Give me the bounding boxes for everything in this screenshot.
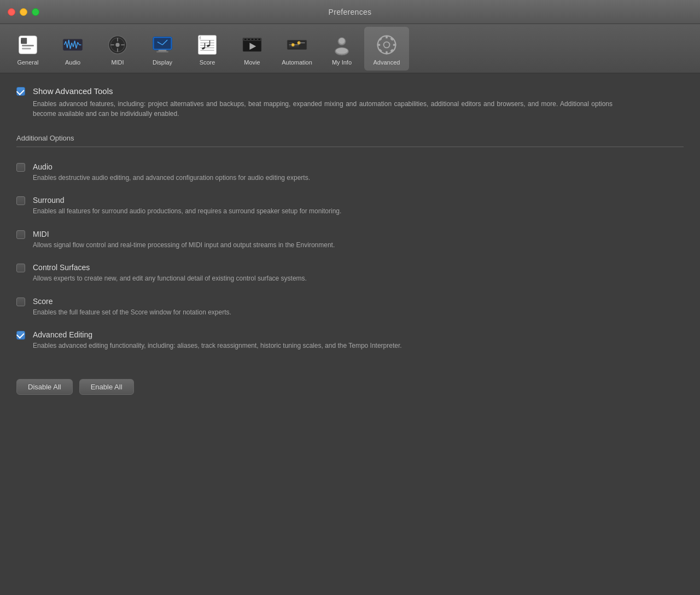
svg-rect-65 xyxy=(377,44,380,46)
svg-rect-43 xyxy=(244,38,247,40)
titlebar: Preferences xyxy=(0,0,700,24)
svg-rect-46 xyxy=(255,38,258,40)
control-surfaces-checkbox[interactable] xyxy=(16,264,25,272)
svg-rect-63 xyxy=(386,35,388,38)
audio-icon xyxy=(61,33,85,57)
toolbar-label-score: Score xyxy=(200,59,215,66)
toolbar-label-general: General xyxy=(17,59,38,66)
midi-checkbox[interactable] xyxy=(16,230,25,239)
score-option-description: Enables the full feature set of the Scor… xyxy=(33,308,231,317)
enable-all-button[interactable]: Enable All xyxy=(79,379,134,395)
bottom-bar: Disable All Enable All xyxy=(16,374,684,395)
midi-option-text: MIDI Allows signal flow control and real… xyxy=(33,230,335,250)
svg-rect-66 xyxy=(393,44,396,46)
disable-all-button[interactable]: Disable All xyxy=(16,379,73,395)
surround-checkbox[interactable] xyxy=(16,196,25,205)
svg-rect-45 xyxy=(251,38,254,40)
audio-option-text: Audio Enables destructive audio editing,… xyxy=(33,162,310,183)
svg-text:𝄞: 𝄞 xyxy=(199,36,201,40)
toolbar-label-advanced: Advanced xyxy=(374,59,400,66)
toolbar-item-audio[interactable]: Audio xyxy=(50,27,95,71)
option-advanced-editing: Advanced Editing Enables advanced editin… xyxy=(16,324,684,357)
toolbar: i General Audio xyxy=(0,24,700,73)
toolbar-label-audio: Audio xyxy=(65,59,80,66)
automation-icon xyxy=(285,33,309,57)
score-option-label: Score xyxy=(33,297,231,306)
show-advanced-tools-description: Enables advanced features, including: pr… xyxy=(33,99,612,119)
show-advanced-tools-checkbox-container[interactable] xyxy=(16,87,26,97)
svg-point-59 xyxy=(339,38,345,44)
options-list: Audio Enables destructive audio editing,… xyxy=(16,156,684,357)
audio-option-label: Audio xyxy=(33,162,310,171)
toolbar-item-score[interactable]: 𝄞 Score xyxy=(185,27,230,71)
audio-option-description: Enables destructive audio editing, and a… xyxy=(33,173,310,183)
advanced-editing-option-text: Advanced Editing Enables advanced editin… xyxy=(33,330,402,351)
general-icon: i xyxy=(16,33,40,57)
window-controls xyxy=(8,8,39,16)
toolbar-label-midi: MIDI xyxy=(111,59,124,66)
show-advanced-tools-row: Show Advanced Tools Enables advanced fea… xyxy=(16,86,684,119)
svg-rect-47 xyxy=(258,38,261,40)
advanced-editing-option-label: Advanced Editing xyxy=(33,330,402,339)
svg-rect-2 xyxy=(22,45,34,46)
svg-point-19 xyxy=(115,43,119,46)
window-title: Preferences xyxy=(329,8,372,16)
additional-options-header: Additional Options xyxy=(16,134,684,142)
surround-option-text: Surround Enables all features for surrou… xyxy=(33,196,341,216)
advanced-icon xyxy=(375,33,399,57)
svg-rect-44 xyxy=(248,38,250,40)
control-surfaces-checkbox-container[interactable] xyxy=(16,264,26,273)
toolbar-item-display[interactable]: Display xyxy=(140,27,185,71)
option-control-surfaces: Control Surfaces Allows experts to creat… xyxy=(16,256,684,290)
surround-checkbox-container[interactable] xyxy=(16,196,26,206)
control-surfaces-option-label: Control Surfaces xyxy=(33,263,307,272)
svg-point-62 xyxy=(384,42,390,48)
score-checkbox[interactable] xyxy=(16,298,25,306)
svg-rect-64 xyxy=(386,51,388,54)
control-surfaces-option-text: Control Surfaces Allows experts to creat… xyxy=(33,263,307,283)
surround-option-description: Enables all features for surround audio … xyxy=(33,207,341,216)
toolbar-label-myinfo: My Info xyxy=(332,59,352,66)
toolbar-item-midi[interactable]: MIDI xyxy=(95,27,140,71)
option-audio: Audio Enables destructive audio editing,… xyxy=(16,156,684,189)
audio-checkbox-container[interactable] xyxy=(16,163,26,173)
score-icon: 𝄞 xyxy=(195,33,219,57)
midi-option-description: Allows signal flow control and real-time… xyxy=(33,241,335,250)
show-advanced-tools-label: Show Advanced Tools xyxy=(33,86,612,96)
svg-point-51 xyxy=(291,43,294,46)
show-advanced-tools-checkbox[interactable] xyxy=(16,87,25,96)
display-icon xyxy=(150,33,174,57)
surround-option-label: Surround xyxy=(33,196,341,205)
toolbar-label-automation: Automation xyxy=(282,59,312,66)
toolbar-label-movie: Movie xyxy=(244,59,260,66)
option-surround: Surround Enables all features for surrou… xyxy=(16,189,684,223)
toolbar-item-movie[interactable]: Movie xyxy=(230,27,275,71)
svg-text:i: i xyxy=(21,39,22,44)
advanced-editing-option-description: Enables advanced editing functionality, … xyxy=(33,341,402,351)
maximize-button[interactable] xyxy=(32,8,39,16)
myinfo-icon xyxy=(330,33,354,57)
control-surfaces-option-description: Allows experts to create new, and edit a… xyxy=(33,274,307,283)
show-advanced-tools-text: Show Advanced Tools Enables advanced fea… xyxy=(33,86,612,119)
option-midi: MIDI Allows signal flow control and real… xyxy=(16,223,684,256)
advanced-editing-checkbox[interactable] xyxy=(16,331,25,340)
score-checkbox-container[interactable] xyxy=(16,298,26,307)
midi-option-label: MIDI xyxy=(33,230,335,238)
main-content: Show Advanced Tools Enables advanced fea… xyxy=(0,73,700,595)
toolbar-item-general[interactable]: i General xyxy=(5,27,50,71)
toolbar-item-myinfo[interactable]: My Info xyxy=(319,27,364,71)
toolbar-item-advanced[interactable]: Advanced xyxy=(364,27,409,71)
close-button[interactable] xyxy=(8,8,15,16)
svg-rect-3 xyxy=(22,48,31,49)
score-option-text: Score Enables the full feature set of th… xyxy=(33,297,231,317)
midi-checkbox-container[interactable] xyxy=(16,230,26,240)
audio-checkbox[interactable] xyxy=(16,163,25,172)
svg-rect-27 xyxy=(156,51,168,52)
option-score: Score Enables the full feature set of th… xyxy=(16,290,684,324)
section-divider xyxy=(16,147,684,147)
toolbar-item-automation[interactable]: Automation xyxy=(275,27,319,71)
movie-icon xyxy=(240,33,264,57)
svg-rect-25 xyxy=(154,38,171,49)
minimize-button[interactable] xyxy=(20,8,27,16)
advanced-editing-checkbox-container[interactable] xyxy=(16,331,26,341)
